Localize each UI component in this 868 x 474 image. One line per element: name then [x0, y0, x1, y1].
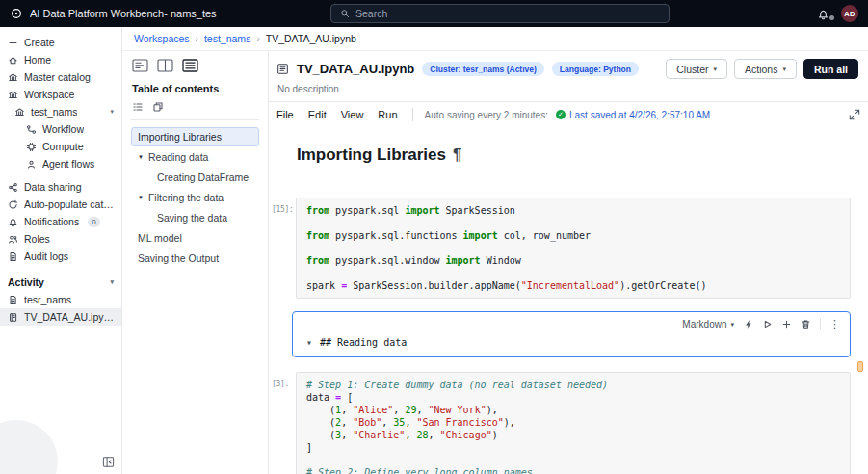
- expand-fullscreen-icon[interactable]: [849, 109, 860, 120]
- cluster-button-label: Cluster: [676, 64, 708, 75]
- sidebar-item-create[interactable]: Create: [0, 34, 121, 51]
- brand: AI Data Platform Workbench- nams_tes: [10, 7, 217, 20]
- collapse-triangle-icon[interactable]: ▼: [307, 339, 311, 347]
- toc-item-ml-model[interactable]: ML model: [131, 228, 259, 248]
- cluster-button[interactable]: Cluster ▾: [666, 59, 727, 79]
- sidebar-item-label: Notifications: [24, 216, 79, 227]
- notifications-bell-icon[interactable]: [817, 8, 829, 20]
- heading-text: Importing Libraries: [297, 145, 446, 164]
- chevron-down-icon: ▾: [782, 66, 786, 73]
- view-document-icon[interactable]: [132, 59, 148, 72]
- shell: Create Home Master catalog Workspace tes…: [0, 27, 868, 474]
- language-badge: Language: Python: [552, 62, 639, 76]
- notebook-actions: Cluster ▾ Actions ▾ Run all: [666, 59, 858, 79]
- toc-item-creating-dataframe[interactable]: Creating DataFrame: [131, 168, 259, 187]
- chevron-down-icon[interactable]: ▾: [110, 278, 114, 286]
- run-all-button[interactable]: Run all: [803, 59, 858, 79]
- notebook-header: TV_DATA_AU.ipynb Cluster: tesr_nams (Act…: [269, 51, 868, 101]
- code-editor[interactable]: from pyspark.sql import SparkSession fro…: [296, 198, 851, 299]
- toc-item-label: Creating DataFrame: [157, 171, 249, 183]
- sidebar-item-data-sharing[interactable]: Data sharing: [0, 178, 121, 196]
- notebook-menubar: File Edit View Run Auto saving every 2 m…: [269, 101, 868, 127]
- sidebar-item-home[interactable]: Home: [0, 51, 121, 68]
- collapse-triangle-icon[interactable]: ▼: [138, 154, 144, 160]
- delete-cell-icon[interactable]: [801, 319, 811, 329]
- more-options-icon[interactable]: ⋮: [829, 319, 840, 329]
- notebook-description: No description: [276, 84, 858, 94]
- chevron-down-icon[interactable]: ▾: [110, 108, 114, 116]
- menu-view[interactable]: View: [341, 109, 364, 120]
- view-split-icon[interactable]: [157, 59, 173, 72]
- avatar[interactable]: AD: [841, 5, 858, 22]
- sidebar-item-label: test_nams: [31, 106, 77, 118]
- cell-type-dropdown[interactable]: Markdown ▾: [682, 319, 734, 329]
- toc-item-label: Importing Libraries: [138, 131, 222, 143]
- toc-item-reading-data[interactable]: ▼ Reading data: [131, 147, 259, 167]
- code-editor[interactable]: # Step 1: Create dummy data (no real dat…: [296, 372, 851, 474]
- sidebar-item-tv-data-au-notebook[interactable]: TV_DATA_AU.ipynb: [0, 308, 121, 326]
- sidebar-item-agent-flows[interactable]: Agent flows: [0, 155, 121, 172]
- notifications-count-badge: 0: [88, 217, 100, 227]
- sidebar-item-workflow[interactable]: Workflow: [0, 120, 121, 138]
- sidebar-item-workspace[interactable]: Workspace: [0, 86, 121, 103]
- breadcrumb-current: TV_DATA_AU.ipynb: [266, 33, 356, 44]
- sidebar-section-label: Activity: [8, 276, 44, 288]
- file-icon: [8, 295, 18, 305]
- add-cell-icon[interactable]: [781, 319, 792, 329]
- sidebar-item-label: Master catalog: [24, 71, 91, 83]
- menu-edit[interactable]: Edit: [308, 109, 327, 120]
- toc-item-importing-libraries[interactable]: Importing Libraries: [131, 127, 259, 146]
- toc-panel: Table of contents Importing Libraries ▼ …: [122, 51, 269, 474]
- toc-item-saving-the-data[interactable]: Saving the data: [131, 208, 259, 227]
- scrollbar-marker[interactable]: [857, 361, 863, 372]
- flash-icon[interactable]: [743, 319, 753, 329]
- markdown-source-row: ▼ ## Reading data: [301, 334, 842, 348]
- sidebar-item-roles[interactable]: Roles: [0, 230, 121, 248]
- menu-file[interactable]: File: [276, 109, 294, 120]
- decorative-circle: [0, 420, 58, 474]
- copy-icon[interactable]: [152, 101, 164, 113]
- sidebar-item-auto-populate-catalog[interactable]: Auto-populate catalog: [0, 196, 121, 213]
- plus-icon: [8, 38, 18, 48]
- breadcrumb-test-nams[interactable]: test_nams: [204, 33, 250, 44]
- sidebar-item-test-nams[interactable]: test_nams ▾: [0, 103, 121, 120]
- toc-item-filtering-the-data[interactable]: ▼ Filtering the data: [131, 188, 259, 207]
- topbar: AI Data Platform Workbench- nams_tes Sea…: [0, 0, 868, 27]
- agent-icon: [26, 159, 37, 170]
- list-icon[interactable]: [132, 101, 144, 113]
- actions-button[interactable]: Actions ▾: [734, 59, 797, 79]
- toc-item-saving-the-output[interactable]: Saving the Output: [131, 249, 259, 268]
- sidebar-item-audit-logs[interactable]: Audit logs: [0, 248, 121, 265]
- toc-item-label: Filtering the data: [148, 192, 224, 203]
- breadcrumb-workspaces[interactable]: Workspaces: [134, 33, 190, 44]
- execution-count: [3]:: [272, 372, 296, 388]
- pilcrow-anchor[interactable]: ¶: [453, 145, 461, 164]
- refresh-icon: [8, 199, 18, 210]
- last-saved-text: Last saved at 4/2/26, 2:57:10 AM: [569, 110, 710, 120]
- toc-item-label: ML model: [138, 232, 182, 244]
- breadcrumb-separator: ›: [196, 34, 198, 44]
- menu-run[interactable]: Run: [378, 109, 397, 120]
- sidebar-item-label: Home: [24, 54, 51, 66]
- cell-toolbar: Markdown ▾ ⋮: [301, 316, 842, 334]
- sidebar-item-label: Create: [24, 37, 55, 48]
- app-root: AI Data Platform Workbench- nams_tes Sea…: [0, 0, 868, 474]
- notebook-panel: TV_DATA_AU.ipynb Cluster: tesr_nams (Act…: [269, 51, 868, 474]
- sidebar-item-notifications[interactable]: Notifications 0: [0, 213, 121, 230]
- notification-dot: [829, 15, 834, 20]
- workspace-icon: [14, 107, 25, 118]
- global-search-input[interactable]: Search: [330, 4, 670, 23]
- run-cell-icon[interactable]: [762, 319, 773, 329]
- sidebar-item-label: Workspace: [24, 89, 74, 100]
- collapse-triangle-icon[interactable]: ▼: [138, 195, 144, 200]
- sidebar-item-master-catalog[interactable]: Master catalog: [0, 68, 121, 86]
- markdown-source[interactable]: ## Reading data: [320, 337, 407, 348]
- sidebar-section-activity[interactable]: Activity ▾: [0, 274, 121, 291]
- notebook-icon: [8, 312, 18, 323]
- markdown-cell-selected[interactable]: Markdown ▾ ⋮ ▼: [292, 311, 851, 357]
- notebook-title-row: TV_DATA_AU.ipynb Cluster: tesr_nams (Act…: [276, 59, 858, 79]
- sidebar-item-tesr-nams[interactable]: tesr_nams: [0, 291, 121, 308]
- collapse-sidebar-icon[interactable]: [102, 456, 115, 468]
- view-toc-icon[interactable]: [182, 59, 198, 72]
- sidebar-item-compute[interactable]: Compute: [0, 138, 121, 155]
